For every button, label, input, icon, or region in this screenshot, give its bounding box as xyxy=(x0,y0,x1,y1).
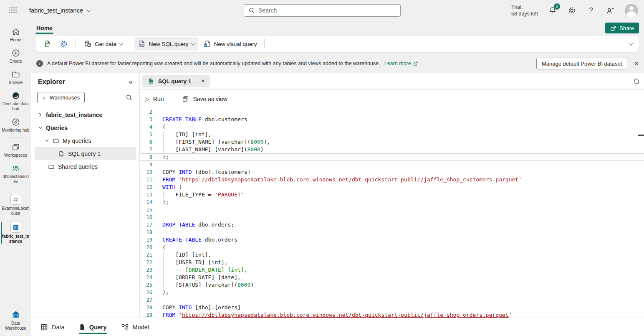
search-input[interactable]: Search xyxy=(244,4,401,17)
plus-circle-icon xyxy=(11,48,20,58)
nav-workspaces[interactable]: Workspaces xyxy=(0,140,31,161)
line-number: 12 xyxy=(140,183,152,191)
copy-icon[interactable] xyxy=(633,78,640,85)
code-line[interactable]: 26); xyxy=(140,289,644,296)
feedback-button[interactable] xyxy=(606,6,615,15)
indent-guide xyxy=(163,138,164,146)
new-visual-query-button[interactable]: New visual query xyxy=(200,37,260,51)
tree-item-my-queries[interactable]: My queries xyxy=(35,134,136,147)
scrollbar-position-marker[interactable] xyxy=(638,135,644,136)
code-line[interactable]: 23 -- [ORDER_DATE] [int], xyxy=(140,266,644,274)
tree-item-sql-query-1[interactable]: SQL SQL query 1 xyxy=(35,147,136,160)
code-line[interactable]: 27 xyxy=(140,296,644,304)
tab-home[interactable]: Home xyxy=(35,23,53,33)
code-line[interactable]: 18 xyxy=(140,229,644,236)
nav-home[interactable]: Home xyxy=(0,24,31,46)
nav-item-fabric-test-instance[interactable]: fabric_test_instance xyxy=(0,219,31,247)
workspace-switcher[interactable]: fabric_test_instance xyxy=(29,7,90,14)
code-line[interactable]: 13 FILE_TYPE = 'PARQUET' xyxy=(140,191,644,199)
line-number: 28 xyxy=(140,304,152,311)
line-number: 2 xyxy=(140,108,152,116)
help-button[interactable]: ? xyxy=(586,6,596,15)
query-editor-pane: SQL SQL query 1 ✕ ▷ Run Save a xyxy=(140,73,644,318)
code-line[interactable]: 24 [ORDER_DATE] [date], xyxy=(140,274,644,281)
code-line[interactable]: 4( xyxy=(140,123,644,131)
get-data-button[interactable]: Get data xyxy=(80,37,126,51)
code-line[interactable]: 12WITH ( xyxy=(140,183,644,191)
code-line[interactable]: 15 xyxy=(140,206,644,214)
home-icon xyxy=(11,27,20,36)
code-line[interactable]: 16 xyxy=(140,214,644,221)
line-number: 11 xyxy=(140,176,152,183)
code-line[interactable]: 3CREATE TABLE dbo.customers xyxy=(140,116,644,123)
save-as-view-icon xyxy=(182,95,189,102)
collapse-ribbon-chevron-icon[interactable] xyxy=(629,41,633,46)
view-tab-data[interactable]: Data xyxy=(40,318,65,336)
nav-workspace-dbtlabsfabricdev[interactable]: dbtlabsfabricdev xyxy=(0,161,31,187)
new-sql-query-button[interactable]: SQL New SQL query xyxy=(134,37,198,51)
banner-text: A default Power BI dataset for faster re… xyxy=(47,61,380,66)
line-number: 23 xyxy=(140,266,152,274)
app-launcher-icon[interactable] xyxy=(9,8,18,14)
nav-onelake-data-hub[interactable]: OneLake data hub xyxy=(0,88,31,115)
tool-settings-button[interactable] xyxy=(56,37,71,51)
nav-data-warehouse[interactable]: Data Warehouse xyxy=(0,307,31,336)
code-line[interactable]: 25 [STATUS] [varchar](8000) xyxy=(140,281,644,289)
explorer-search-icon[interactable] xyxy=(126,94,133,101)
nav-browse[interactable]: Browse xyxy=(0,67,31,88)
code-line[interactable]: 17DROP TABLE dbo.orders; xyxy=(140,221,644,229)
tab-sql-query-1[interactable]: SQL SQL query 1 ✕ xyxy=(142,75,210,87)
trial-status: Trial: 58 days left xyxy=(511,4,538,17)
code-line[interactable]: 2 xyxy=(140,108,644,116)
refresh-button[interactable] xyxy=(40,37,55,51)
code-text xyxy=(152,229,162,236)
nav-monitoring-hub[interactable]: Monitoring hub xyxy=(0,115,31,136)
add-warehouses-button[interactable]: + Warehouses xyxy=(37,92,85,103)
code-line[interactable]: 7 [LAST_NAME] [varchar](8000) xyxy=(140,146,644,153)
tree-item-queries[interactable]: Queries xyxy=(35,121,136,134)
warehouse-icon xyxy=(10,222,21,233)
settings-button[interactable] xyxy=(567,6,576,15)
tree-item-shared-queries[interactable]: Shared queries xyxy=(35,160,136,173)
code-line[interactable]: 20( xyxy=(140,244,644,251)
notifications-button[interactable]: 2 xyxy=(548,6,557,15)
close-banner-icon[interactable]: ✕ xyxy=(634,60,639,67)
code-text xyxy=(152,214,162,221)
code-line[interactable]: 14); xyxy=(140,199,644,206)
code-line[interactable]: 19CREATE TABLE dbo.orders xyxy=(140,236,644,244)
document-refresh-icon xyxy=(43,40,51,48)
visual-query-icon xyxy=(203,40,211,48)
editor-overview-ruler[interactable] xyxy=(638,108,638,318)
account-avatar[interactable] xyxy=(625,4,638,17)
close-tab-icon[interactable]: ✕ xyxy=(201,78,205,84)
code-line[interactable]: 28COPY INTO [dbo].[orders] xyxy=(140,304,644,311)
nav-item-examplelakehouse[interactable]: ExampleLakehouse xyxy=(0,191,31,219)
code-line[interactable]: 11FROM 'https://dbtlabsynapsedatalake.bl… xyxy=(140,176,644,183)
manage-default-dataset-button[interactable]: Manage default Power BI dataset xyxy=(536,58,627,69)
query-document-icon xyxy=(79,323,86,331)
code-line[interactable]: 10COPY INTO [dbo].[customers] xyxy=(140,168,644,176)
code-line[interactable]: 8); xyxy=(140,153,644,161)
sql-code-editor[interactable]: 23CREATE TABLE dbo.customers4(5 [ID] [in… xyxy=(140,108,644,318)
run-button[interactable]: ▷ Run xyxy=(145,96,164,102)
feedback-icon xyxy=(606,6,615,15)
code-line[interactable]: 29FROM 'https://dbtlabsynapsedatalake.bl… xyxy=(140,311,644,318)
line-number: 29 xyxy=(140,311,152,318)
code-line[interactable]: 9 xyxy=(140,161,644,168)
code-line[interactable]: 21 [ID] [int], xyxy=(140,251,644,259)
learn-more-link[interactable]: Learn more xyxy=(384,61,418,66)
workspaces-icon xyxy=(11,143,20,152)
collapse-panel-icon[interactable]: « xyxy=(129,78,133,86)
editor-tab-bar: SQL SQL query 1 ✕ xyxy=(140,73,644,90)
play-icon: ▷ xyxy=(145,96,149,102)
code-line[interactable]: 5 [ID] [int], xyxy=(140,131,644,138)
tree-item-warehouse-root[interactable]: fabric_test_instance xyxy=(35,108,136,121)
nav-create[interactable]: Create xyxy=(0,46,31,67)
share-button[interactable]: Share xyxy=(605,23,639,33)
view-tab-model[interactable]: Model xyxy=(121,318,149,336)
view-tab-query[interactable]: Query xyxy=(79,318,107,336)
code-line[interactable]: 6 [FIRST_NAME] [varchar](8000), xyxy=(140,138,644,146)
save-as-view-button[interactable]: Save as view xyxy=(182,95,227,102)
chevron-down-icon xyxy=(87,8,91,12)
code-line[interactable]: 22 [USER_ID] [int], xyxy=(140,259,644,266)
